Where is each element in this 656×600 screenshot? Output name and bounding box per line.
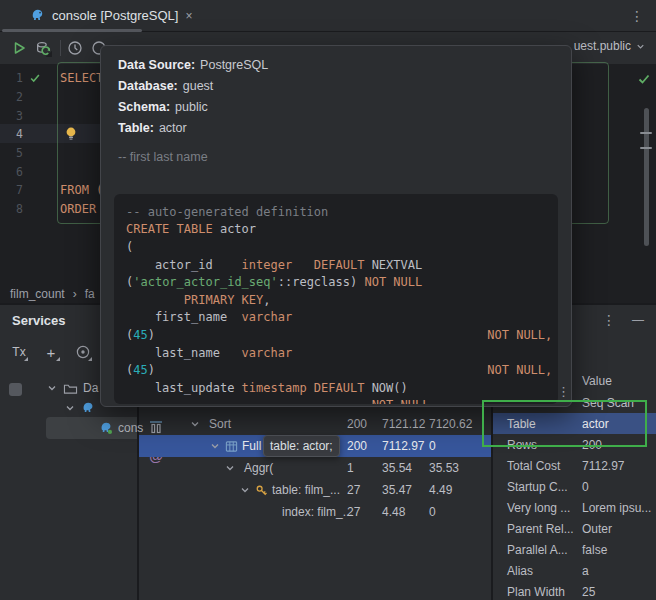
ddl-code-line: PRIMARY KEY,: [126, 291, 546, 309]
postgresql-elephant-icon: [99, 421, 113, 435]
transaction-mode-button[interactable]: Tx: [8, 341, 30, 363]
stop-square-icon[interactable]: [9, 383, 22, 396]
plan-startup-cost-value: 7120.62: [429, 413, 472, 435]
tree-item[interactable]: [64, 398, 100, 418]
inspection-ok-icon[interactable]: [637, 72, 651, 86]
gutter-line-number: 1: [0, 69, 54, 88]
info-label: Schema:: [118, 100, 170, 114]
plan-startup-cost-value: 0: [429, 435, 436, 457]
tooltip-info-line: Schema: public: [118, 96, 268, 117]
services-hide-icon[interactable]: —: [632, 313, 644, 327]
ddl-code-line: ('actor_actor_id_seq'::regclass) NOT NUL…: [126, 273, 546, 291]
plan-total-cost-value: 4.48: [382, 501, 405, 523]
tooltip-comment: -- first last name: [118, 146, 208, 167]
property-name: Total Cost: [507, 459, 560, 473]
ddl-code-line: actor_id integer DEFAULT NEXTVAL: [126, 256, 546, 274]
plan-rows-value: 1: [347, 457, 354, 479]
scrollbar-mark: [640, 147, 652, 149]
chevron-down-icon[interactable]: [239, 484, 251, 496]
plan-total-cost-value: 7112.97: [382, 435, 425, 457]
tab-title: console [PostgreSQL]: [52, 8, 178, 23]
chevron-down-icon[interactable]: [189, 418, 201, 430]
info-value: actor: [159, 121, 187, 135]
ddl-code-line: (45) NOT NULL,: [126, 361, 546, 379]
tree-item-label: cons: [118, 421, 143, 435]
gutter-line-number: 6: [0, 162, 54, 181]
annotation-highlight-rectangle: [482, 400, 647, 447]
intention-lightbulb-icon[interactable]: [64, 126, 78, 142]
info-value: guest: [183, 79, 214, 93]
postgresql-elephant-icon: [30, 8, 45, 23]
schema-selector-label: uest.public: [574, 39, 631, 53]
plan-startup-cost-value: 35.53: [429, 457, 459, 479]
info-label: Table:: [118, 121, 154, 135]
gutter-line-number: 5: [0, 144, 54, 163]
plan-node-label: Sort: [209, 417, 231, 431]
plan-tree-row[interactable]: Aggr( 1 35.54 35.53: [139, 457, 493, 479]
tree-item[interactable]: Da: [46, 378, 98, 398]
plan-rows-value: 27: [347, 479, 360, 501]
add-service-button[interactable]: +: [40, 341, 62, 363]
plan-rows-value: 200: [347, 435, 367, 457]
ddl-code-line: CREATE TABLE actor: [126, 221, 546, 239]
plan-rows-value: 200: [347, 413, 367, 435]
execute-in-database-button[interactable]: [34, 39, 52, 57]
breadcrumb-item[interactable]: fa: [85, 287, 95, 301]
scrollbar-mark: [640, 132, 652, 134]
editor-tab-bar: console [PostgreSQL] × ⋮: [0, 0, 656, 32]
ddl-code-line: last_update timestamp DEFAULT NOW(): [126, 379, 546, 397]
plan-tree-row[interactable]: Sort 200 7121.12 7120.62: [139, 413, 493, 435]
services-more-icon[interactable]: ⋮: [602, 312, 616, 328]
plan-node-label: index: film_...: [282, 505, 353, 519]
property-name: Alias: [507, 564, 533, 578]
gutter-line-number: 3: [0, 106, 54, 125]
schema-selector[interactable]: uest.public: [574, 39, 646, 53]
plus-label: +: [47, 344, 56, 361]
tooltip-info-line: Data Source: PostgreSQL: [118, 54, 268, 75]
plan-total-cost-value: 7121.12: [382, 413, 425, 435]
info-value: PostgreSQL: [200, 58, 268, 72]
editor-gutter: 12345678: [0, 69, 54, 218]
plan-startup-cost-value: 0: [429, 501, 436, 523]
plan-node-label: Aggr(: [244, 461, 273, 475]
plan-total-cost-value: 35.54: [382, 457, 412, 479]
tab-close-icon[interactable]: ×: [185, 9, 192, 23]
info-label: Database:: [118, 79, 178, 93]
ddl-code-line: -- auto-generated definition: [126, 203, 546, 221]
breadcrumb-item[interactable]: film_count: [10, 287, 65, 301]
history-clock-icon[interactable]: [66, 39, 84, 57]
row-icon: [225, 440, 238, 453]
ide-window: console [PostgreSQL] × ⋮ uest.public 123…: [0, 0, 656, 600]
ddl-code-line: (: [126, 238, 546, 256]
run-button[interactable]: [10, 39, 28, 57]
tooltip-ddl-code-block: -- auto-generated definitionCREATE TABLE…: [114, 194, 558, 404]
gutter-line-number: 2: [0, 88, 54, 107]
plan-tree-row[interactable]: index: film_... 27 4.48 0: [139, 501, 493, 523]
plan-node-label: table: film_...: [272, 483, 340, 497]
plan-tree-row[interactable]: table: film_... 27 35.47 4.49: [139, 479, 493, 501]
plan-hover-tooltip: table: actor;: [263, 435, 340, 457]
plan-hover-tooltip-text: table: actor;: [270, 439, 333, 453]
plan-total-cost-value: 35.47: [382, 479, 412, 501]
tree-item-console[interactable]: cons: [99, 418, 143, 438]
chevron-down-icon: [635, 41, 646, 52]
plan-rows-value: 27: [347, 501, 360, 523]
ddl-code-line: last_name varchar: [126, 344, 546, 362]
info-value: public: [175, 100, 208, 114]
services-title: Services: [12, 313, 66, 328]
toolbar-divider: [60, 40, 61, 56]
plan-startup-cost-value: 4.49: [429, 479, 452, 501]
chevron-down-icon[interactable]: [224, 462, 236, 474]
tab-console-postgresql[interactable]: console [PostgreSQL] ×: [22, 0, 200, 31]
table-documentation-tooltip: Data Source: PostgreSQLDatabase: guestSc…: [100, 45, 572, 407]
ddl-code-line: (45) NOT NULL,: [126, 326, 546, 344]
view-options-eye-icon[interactable]: [72, 341, 94, 363]
chevron-down-icon[interactable]: [209, 440, 221, 452]
ddl-code-line: first_name varchar: [126, 309, 546, 327]
info-label: Data Source:: [118, 58, 195, 72]
editor-scrollbar[interactable]: [644, 108, 649, 246]
tooltip-info-line: Table: actor: [118, 117, 268, 138]
tab-bar-more-icon[interactable]: ⋮: [630, 8, 644, 24]
tooltip-info: Data Source: PostgreSQLDatabase: guestSc…: [118, 54, 268, 138]
breadcrumb-separator: ›: [73, 287, 77, 301]
